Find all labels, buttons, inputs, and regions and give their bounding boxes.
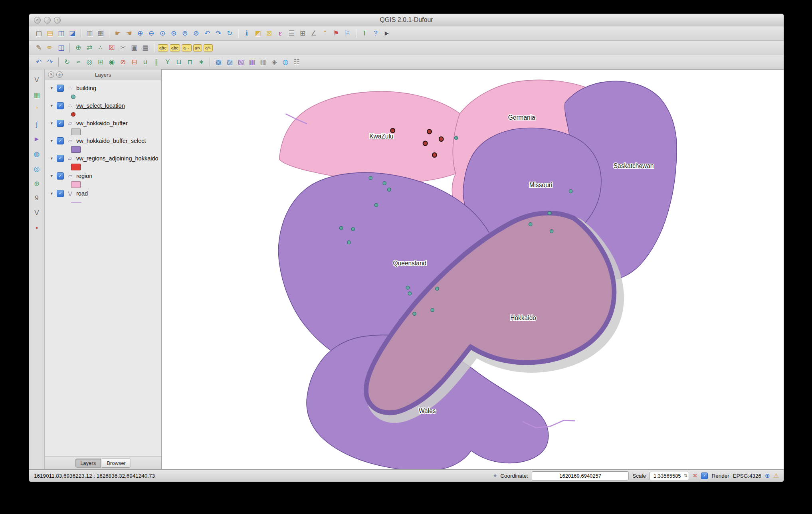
map-canvas[interactable]: KwaZulu Germania Saskatchewan Missouri Q…	[162, 69, 784, 469]
field-calculator-icon[interactable]: ⊞	[297, 28, 308, 39]
raster-tools-icon[interactable]: ▦	[257, 57, 269, 68]
web-globe-icon[interactable]: ◍	[32, 149, 42, 159]
add-feature-icon[interactable]: ⊕	[73, 42, 84, 53]
web-tools-icon[interactable]: ◍	[280, 57, 291, 68]
layer-visibility-checkbox[interactable]: ✓	[57, 137, 64, 144]
close-window-icon[interactable]: ✕	[34, 17, 41, 24]
disclosure-triangle-icon[interactable]: ▼	[50, 139, 54, 143]
mouse-position-icon[interactable]: ⌖	[493, 472, 497, 479]
interpolation-icon[interactable]: ∫	[32, 119, 42, 130]
zoom-out-icon[interactable]: ⊖	[146, 28, 157, 39]
deselect-features-icon[interactable]: ⊠	[263, 28, 275, 39]
label-move-icon[interactable]: a↔	[182, 44, 191, 51]
disclosure-triangle-icon[interactable]: ▼	[50, 156, 54, 160]
panel-tab-browser[interactable]: Browser	[102, 459, 131, 468]
render-checkbox[interactable]: ✓	[701, 472, 708, 479]
layer-label[interactable]: vw_hokkaido_buffer_select	[76, 138, 146, 144]
layer-label[interactable]: region	[76, 173, 92, 179]
select-features-icon[interactable]: ◩	[252, 28, 263, 39]
fill-ring-icon[interactable]: ◉	[106, 57, 117, 68]
vector-grid-icon[interactable]: ▥	[246, 57, 257, 68]
rotate-point-symbols-icon[interactable]: ∗	[196, 57, 207, 68]
layer-label[interactable]: vw_hokkaido_buffer	[76, 120, 128, 127]
show-bookmarks-icon[interactable]: ⚐	[342, 28, 353, 39]
layer-visibility-checkbox[interactable]: ✓	[57, 155, 64, 162]
annotation-bubbles-icon[interactable]: “	[32, 105, 42, 115]
save-project-icon[interactable]: ◫	[55, 28, 67, 39]
crs-status-icon[interactable]: ⊕	[765, 472, 770, 479]
pan-to-selection-icon[interactable]: ☚	[123, 28, 135, 39]
zoom-to-selection-icon[interactable]: ⊚	[179, 28, 190, 39]
panel-tab-layers[interactable]: Layers	[75, 459, 101, 468]
stop-render-icon[interactable]: ✕	[693, 472, 698, 479]
random-selection-icon[interactable]: ▨	[224, 57, 235, 68]
layer-label[interactable]: building	[76, 85, 96, 91]
combo-arrows-icon[interactable]: ⇅	[684, 473, 687, 478]
zoom-last-icon[interactable]: ↶	[202, 28, 213, 39]
pan-map-icon[interactable]: ☛	[112, 28, 123, 39]
undo-icon[interactable]: ↶	[33, 57, 44, 68]
labeling-icon[interactable]: abc	[158, 44, 168, 51]
disclosure-triangle-icon[interactable]: ▼	[50, 121, 54, 125]
label-selected-icon[interactable]: abc	[170, 44, 180, 51]
coordinate-capture-icon[interactable]: 9	[32, 193, 42, 204]
zoom-actual-icon[interactable]: ⊙	[157, 28, 168, 39]
geometry-tools-icon[interactable]: ◈	[269, 57, 280, 68]
layer-visibility-checkbox[interactable]: ✓	[57, 120, 64, 127]
label-properties-icon[interactable]: a✎	[204, 44, 213, 51]
coordinate-input[interactable]	[532, 471, 629, 480]
panel-close-icon[interactable]: ✕	[48, 71, 54, 78]
text-annotation-icon[interactable]: T	[359, 28, 370, 39]
disclosure-triangle-icon[interactable]: ▼	[50, 174, 54, 178]
split-features-icon[interactable]: Y	[162, 57, 173, 68]
map-tips-icon[interactable]: “	[319, 28, 331, 39]
zoom-in-icon[interactable]: ⊕	[135, 28, 146, 39]
zoom-to-layer-icon[interactable]: ⊘	[190, 28, 202, 39]
label-rotate-icon[interactable]: a↻	[193, 44, 202, 51]
spatial-query-icon[interactable]: ►	[32, 134, 42, 144]
delete-selected-icon[interactable]: ☒	[106, 42, 117, 53]
title-bar[interactable]: ✕ − + QGIS 2.0.1-Dufour	[29, 14, 784, 26]
merge-attributes-icon[interactable]: ⊓	[184, 57, 196, 68]
rotate-feature-icon[interactable]: ↻	[61, 57, 73, 68]
redo-icon[interactable]: ↷	[44, 57, 55, 68]
layers-tree[interactable]: ▼✓∴building▼✓∴vw_select_location▼✓▱vw_ho…	[45, 80, 161, 456]
zoom-full-icon[interactable]: ⊛	[168, 28, 179, 39]
identify-icon[interactable]: ℹ	[241, 28, 252, 39]
panel-float-icon[interactable]: ◎	[56, 71, 63, 78]
scale-combo[interactable]: 1:33565585 ⇅	[650, 472, 689, 480]
new-bookmark-icon[interactable]: ⚑	[331, 28, 342, 39]
layer-visibility-checkbox[interactable]: ✓	[57, 102, 64, 109]
measure-icon[interactable]: ∠	[308, 28, 319, 39]
layer-visibility-checkbox[interactable]: ✓	[57, 172, 64, 180]
plugin-builder-icon[interactable]: ▪	[32, 223, 42, 233]
cut-features-icon[interactable]: ✂	[117, 42, 129, 53]
disclosure-triangle-icon[interactable]: ▼	[50, 86, 54, 90]
attribute-table-icon[interactable]: ☰	[286, 28, 297, 39]
copy-features-icon[interactable]: ▣	[129, 42, 140, 53]
layer-item-building[interactable]: ▼✓∴building	[45, 83, 161, 93]
node-tool-icon[interactable]: ∴	[95, 42, 106, 53]
current-edits-icon[interactable]: ✎	[33, 42, 44, 53]
database-tools-icon[interactable]: ☷	[291, 57, 302, 68]
delete-part-icon[interactable]: ⊟	[129, 57, 140, 68]
zoom-window-icon[interactable]: +	[54, 17, 61, 24]
layer-visibility-checkbox[interactable]: ✓	[57, 190, 64, 197]
layer-item-vw_hokkaido_buffer_select[interactable]: ▼✓▱vw_hokkaido_buffer_select	[45, 136, 161, 145]
select-by-expression-icon[interactable]: ε	[275, 28, 286, 39]
refresh-icon[interactable]: ↻	[224, 28, 235, 39]
offset-curve-icon[interactable]: ∥	[151, 57, 162, 68]
log-messages-icon[interactable]: ⚠	[774, 472, 779, 479]
whats-this-icon[interactable]: ►	[381, 28, 392, 39]
disclosure-triangle-icon[interactable]: ▼	[50, 104, 54, 108]
save-layer-edits-icon[interactable]: ◫	[55, 42, 67, 53]
layer-item-vw_select_location[interactable]: ▼✓∴vw_select_location	[45, 101, 161, 110]
open-project-icon[interactable]: ▤	[44, 28, 55, 39]
composer-manager-icon[interactable]: ▦	[95, 28, 106, 39]
layer-label[interactable]: road	[76, 190, 88, 197]
metasearch-globe-icon[interactable]: ◎	[32, 164, 42, 174]
help-icon[interactable]: ?	[370, 28, 381, 39]
simplify-feature-icon[interactable]: ≈	[73, 57, 84, 68]
layer-label[interactable]: vw_regions_adjoining_hokkaido	[76, 155, 158, 162]
reshape-features-icon[interactable]: ∪	[140, 57, 151, 68]
